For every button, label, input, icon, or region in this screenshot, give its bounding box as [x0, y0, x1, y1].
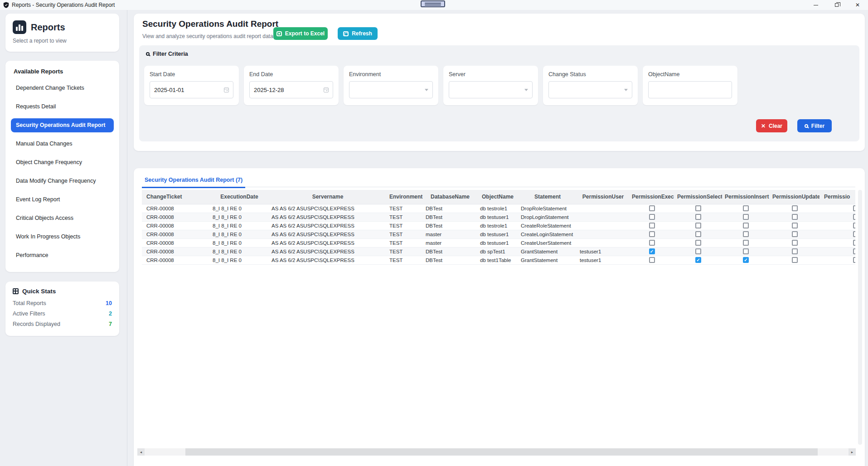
checkbox-unchecked[interactable]: [792, 223, 798, 228]
export-to-excel-button[interactable]: Export to Excel: [273, 27, 328, 40]
calendar-icon[interactable]: [224, 87, 229, 92]
checkbox-unchecked[interactable]: [853, 214, 856, 220]
checkbox-unchecked[interactable]: [853, 231, 856, 237]
column-header-permissionSelect: PermissionSelect: [674, 190, 722, 204]
column-header-environment: Environment: [387, 190, 423, 204]
scrollbar-track[interactable]: [145, 448, 849, 456]
filter-field-start-date: Start Date2025-01-01: [144, 66, 239, 105]
sidebar-item-event-log-report[interactable]: Event Log Report: [11, 193, 114, 207]
cell-servername: AS AS 6/2 ASUSPC\SQLEXPRESS: [269, 230, 387, 238]
sidebar-brand-card: Reports Select a report to view: [5, 14, 119, 52]
checkbox-unchecked[interactable]: [695, 205, 701, 211]
checkbox-unchecked[interactable]: [649, 240, 655, 246]
checkbox-checked[interactable]: ✓: [649, 248, 655, 254]
sidebar-item-performance[interactable]: Performance: [11, 248, 114, 262]
tab-security-operations-audit-report[interactable]: Security Operations Audit Report (7): [142, 177, 245, 188]
cell-permissionExec: [629, 204, 674, 213]
checkbox-unchecked[interactable]: [695, 248, 701, 254]
sidebar-item-data-modify-change-frequency[interactable]: Data Modify Change Frequency: [11, 174, 114, 188]
filter-field-end-date: End Date2025-12-28: [244, 66, 339, 105]
checkbox-unchecked[interactable]: [649, 257, 655, 263]
chevron-down-icon: [425, 89, 428, 91]
horizontal-scrollbar[interactable]: ◄ ►: [137, 448, 856, 456]
checkbox-unchecked[interactable]: [853, 257, 856, 263]
cell-executionDate: 8_I 8_I RE 0: [210, 230, 269, 238]
select-input[interactable]: [349, 81, 433, 98]
checkbox-unchecked[interactable]: [743, 240, 749, 246]
export-icon: [276, 31, 282, 36]
minimize-button[interactable]: [805, 0, 826, 10]
checkbox-unchecked[interactable]: [792, 248, 798, 254]
checkbox-unchecked[interactable]: [695, 214, 701, 220]
checkbox-unchecked[interactable]: [792, 240, 798, 246]
checkbox-unchecked[interactable]: [695, 240, 701, 246]
checkbox-unchecked[interactable]: [853, 223, 856, 228]
cell-permissionUpdate: [770, 213, 820, 221]
maximize-button[interactable]: [826, 0, 847, 10]
cell-servername: AS AS 6/2 ASUSPC\SQLEXPRESS: [269, 204, 387, 213]
checkbox-unchecked[interactable]: [695, 231, 701, 237]
checkbox-unchecked[interactable]: [649, 205, 655, 211]
cell-statement: GrantStatement: [518, 247, 577, 256]
date-input[interactable]: 2025-12-28: [249, 81, 333, 98]
checkbox-unchecked[interactable]: [743, 248, 749, 254]
checkbox-unchecked[interactable]: [649, 231, 655, 237]
sidebar-item-requests-detail[interactable]: Requests Detail: [11, 100, 114, 114]
cell-executionDate: 8_I 8_I RE 0: [210, 247, 269, 256]
checkbox-checked[interactable]: ✓: [743, 257, 749, 263]
snap-layout-indicator[interactable]: [421, 0, 445, 7]
cell-objectName: db testrole1: [477, 221, 518, 230]
text-input[interactable]: [648, 81, 732, 98]
sidebar-item-critical-objects-access[interactable]: Critical Objects Access: [11, 211, 114, 225]
cell-executionDate: 8_I 8_I RE 0: [210, 204, 269, 213]
field-label: Change Status: [548, 71, 632, 78]
checkbox-unchecked[interactable]: [743, 205, 749, 211]
vertical-scrollbar[interactable]: [858, 190, 862, 445]
sidebar-item-security-operations-audit-report[interactable]: Security Operations Audit Report: [11, 118, 114, 132]
close-button[interactable]: ✕: [847, 0, 868, 10]
checkbox-unchecked[interactable]: [649, 214, 655, 220]
column-header-permissionExtra: Permissio: [820, 190, 855, 204]
sidebar-item-manual-data-changes[interactable]: Manual Data Changes: [11, 137, 114, 151]
checkbox-unchecked[interactable]: [792, 205, 798, 211]
cell-environment: TEST: [387, 221, 423, 230]
checkbox-unchecked[interactable]: [743, 223, 749, 228]
checkbox-unchecked[interactable]: [853, 205, 856, 211]
sidebar-item-object-change-frequency[interactable]: Object Change Frequency: [11, 155, 114, 170]
refresh-button[interactable]: Refresh: [338, 27, 378, 40]
cell-objectName: db spTest1: [477, 247, 518, 256]
grid-icon: [13, 288, 19, 294]
checkbox-unchecked[interactable]: [853, 240, 856, 246]
app-shield-icon: [3, 2, 9, 8]
calendar-icon[interactable]: [324, 87, 329, 92]
checkbox-unchecked[interactable]: [743, 231, 749, 237]
scroll-right-button[interactable]: ►: [849, 448, 856, 456]
checkbox-unchecked[interactable]: [743, 214, 749, 220]
column-header-permissionUser: PermissionUser: [577, 190, 629, 204]
cell-permissionUpdate: [770, 230, 820, 238]
select-input[interactable]: [449, 81, 533, 98]
checkbox-unchecked[interactable]: [695, 223, 701, 228]
sidebar-item-dependent-change-tickets[interactable]: Dependent Change Tickets: [11, 81, 114, 95]
cell-executionDate: 8_I 8_I RE 0: [210, 238, 269, 247]
cell-statement: CreateRoleStatement: [518, 221, 577, 230]
cell-permissionUpdate: [770, 256, 820, 264]
filter-button[interactable]: Filter: [797, 119, 832, 132]
field-label: Environment: [349, 71, 433, 78]
cell-environment: TEST: [387, 247, 423, 256]
cell-permissionUser: [577, 221, 629, 230]
date-input[interactable]: 2025-01-01: [150, 81, 233, 98]
checkbox-unchecked[interactable]: [792, 214, 798, 220]
checkbox-unchecked[interactable]: [649, 223, 655, 228]
checkbox-unchecked[interactable]: [853, 248, 856, 254]
checkbox-checked[interactable]: ✓: [695, 257, 701, 263]
sidebar-item-work-in-progress-objects[interactable]: Work In Progress Objects: [11, 230, 114, 244]
scrollbar-thumb[interactable]: [185, 448, 818, 456]
select-input[interactable]: [548, 81, 632, 98]
checkbox-unchecked[interactable]: [792, 231, 798, 237]
checkbox-unchecked[interactable]: [792, 257, 798, 263]
cell-changeTicket: CRR-00008: [142, 213, 210, 221]
clear-button[interactable]: ✕ Clear: [756, 119, 787, 132]
scroll-left-button[interactable]: ◄: [137, 448, 145, 456]
scroll-right-icon: ►: [851, 451, 854, 454]
